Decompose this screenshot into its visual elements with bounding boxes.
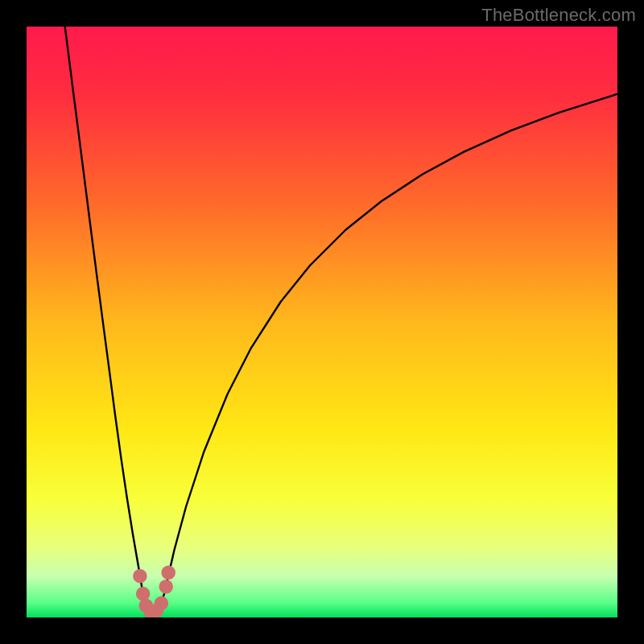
data-marker <box>161 565 175 580</box>
plot-area <box>27 27 617 617</box>
chart-frame: TheBottleneck.com <box>0 0 644 644</box>
data-marker <box>155 597 169 611</box>
data-marker <box>133 569 147 584</box>
chart-svg <box>27 27 617 617</box>
data-marker <box>136 587 151 601</box>
watermark-text: TheBottleneck.com <box>481 5 636 26</box>
gradient-background <box>27 27 617 617</box>
data-marker <box>159 580 173 594</box>
